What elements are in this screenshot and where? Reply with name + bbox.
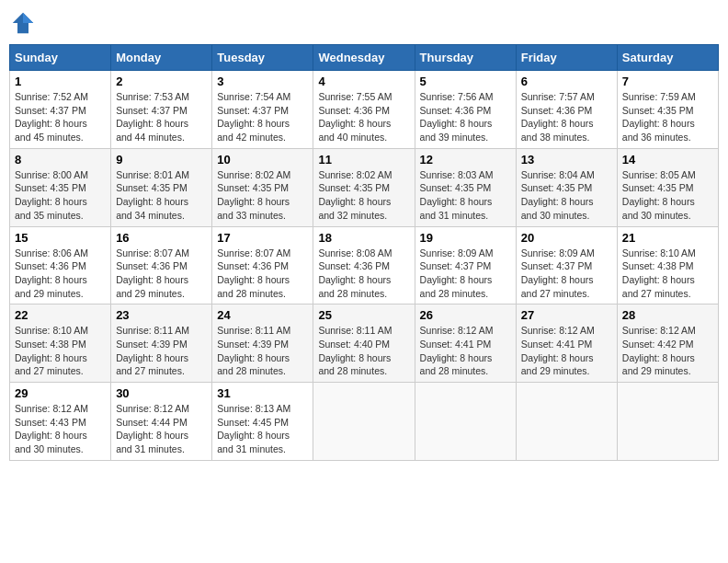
calendar-cell: 7 Sunrise: 7:59 AM Sunset: 4:35 PM Dayli…: [617, 71, 718, 149]
week-row-5: 29 Sunrise: 8:12 AM Sunset: 4:43 PM Dayl…: [10, 383, 719, 461]
day-info: Sunrise: 7:56 AM Sunset: 4:36 PM Dayligh…: [420, 90, 511, 144]
week-row-4: 22 Sunrise: 8:10 AM Sunset: 4:38 PM Dayl…: [10, 304, 719, 383]
day-number: 18: [318, 231, 409, 245]
day-number: 9: [116, 153, 207, 167]
calendar-cell: 9 Sunrise: 8:01 AM Sunset: 4:35 PM Dayli…: [111, 148, 212, 226]
week-row-2: 8 Sunrise: 8:00 AM Sunset: 4:35 PM Dayli…: [10, 148, 719, 226]
calendar-cell: 26 Sunrise: 8:12 AM Sunset: 4:41 PM Dayl…: [415, 304, 516, 383]
calendar-cell: 24 Sunrise: 8:11 AM Sunset: 4:39 PM Dayl…: [212, 304, 313, 383]
day-number: 12: [420, 153, 511, 167]
day-number: 5: [420, 75, 511, 88]
calendar-cell: 21 Sunrise: 8:10 AM Sunset: 4:38 PM Dayl…: [617, 226, 718, 304]
calendar-cell: 14 Sunrise: 8:05 AM Sunset: 4:35 PM Dayl…: [617, 148, 718, 226]
day-info: Sunrise: 8:09 AM Sunset: 4:37 PM Dayligh…: [521, 247, 612, 301]
day-number: 26: [420, 308, 511, 322]
calendar-cell: 4 Sunrise: 7:55 AM Sunset: 4:36 PM Dayli…: [313, 71, 415, 149]
day-number: 8: [15, 153, 106, 167]
day-number: 25: [318, 308, 409, 322]
calendar-cell: 2 Sunrise: 7:53 AM Sunset: 4:37 PM Dayli…: [111, 71, 212, 149]
day-number: 1: [15, 75, 106, 88]
day-info: Sunrise: 8:00 AM Sunset: 4:35 PM Dayligh…: [15, 168, 106, 223]
day-number: 16: [116, 231, 207, 245]
svg-marker-1: [23, 13, 33, 23]
day-number: 13: [521, 153, 612, 167]
column-header-thursday: Thursday: [415, 45, 516, 71]
calendar-cell: 15 Sunrise: 8:06 AM Sunset: 4:36 PM Dayl…: [10, 226, 111, 304]
calendar-cell: 30 Sunrise: 8:12 AM Sunset: 4:44 PM Dayl…: [111, 383, 212, 461]
day-number: 30: [116, 386, 207, 400]
day-info: Sunrise: 8:10 AM Sunset: 4:38 PM Dayligh…: [15, 324, 106, 378]
calendar-cell: 13 Sunrise: 8:04 AM Sunset: 4:35 PM Dayl…: [516, 148, 617, 226]
day-info: Sunrise: 8:01 AM Sunset: 4:35 PM Dayligh…: [116, 168, 207, 223]
day-info: Sunrise: 8:03 AM Sunset: 4:35 PM Dayligh…: [420, 168, 511, 223]
calendar-cell: [415, 383, 516, 461]
day-number: 24: [217, 308, 308, 322]
calendar-cell: 29 Sunrise: 8:12 AM Sunset: 4:43 PM Dayl…: [10, 383, 111, 461]
day-info: Sunrise: 8:12 AM Sunset: 4:41 PM Dayligh…: [521, 324, 612, 378]
day-info: Sunrise: 8:04 AM Sunset: 4:35 PM Dayligh…: [521, 168, 612, 223]
calendar-cell: 5 Sunrise: 7:56 AM Sunset: 4:36 PM Dayli…: [415, 71, 516, 149]
day-number: 6: [521, 75, 612, 88]
day-info: Sunrise: 8:12 AM Sunset: 4:44 PM Dayligh…: [116, 402, 207, 456]
day-info: Sunrise: 8:07 AM Sunset: 4:36 PM Dayligh…: [217, 247, 308, 301]
day-number: 15: [15, 231, 106, 245]
column-header-saturday: Saturday: [617, 45, 718, 71]
header: [9, 9, 719, 37]
day-info: Sunrise: 8:11 AM Sunset: 4:40 PM Dayligh…: [318, 324, 409, 378]
day-info: Sunrise: 8:02 AM Sunset: 4:35 PM Dayligh…: [217, 168, 308, 223]
calendar-header-row: SundayMondayTuesdayWednesdayThursdayFrid…: [10, 45, 719, 71]
day-info: Sunrise: 8:02 AM Sunset: 4:35 PM Dayligh…: [318, 168, 409, 223]
day-number: 27: [521, 308, 612, 322]
day-number: 21: [622, 231, 713, 245]
calendar-cell: 22 Sunrise: 8:10 AM Sunset: 4:38 PM Dayl…: [10, 304, 111, 383]
calendar-cell: [313, 383, 415, 461]
logo: [9, 9, 40, 37]
day-info: Sunrise: 7:54 AM Sunset: 4:37 PM Dayligh…: [217, 90, 308, 144]
calendar: SundayMondayTuesdayWednesdayThursdayFrid…: [9, 44, 719, 461]
day-info: Sunrise: 8:12 AM Sunset: 4:41 PM Dayligh…: [420, 324, 511, 378]
calendar-cell: 27 Sunrise: 8:12 AM Sunset: 4:41 PM Dayl…: [516, 304, 617, 383]
day-info: Sunrise: 8:12 AM Sunset: 4:43 PM Dayligh…: [15, 402, 106, 456]
day-number: 29: [15, 386, 106, 400]
day-number: 20: [521, 231, 612, 245]
day-info: Sunrise: 8:11 AM Sunset: 4:39 PM Dayligh…: [116, 324, 207, 378]
day-number: 17: [217, 231, 308, 245]
day-number: 2: [116, 75, 207, 88]
day-info: Sunrise: 7:57 AM Sunset: 4:36 PM Dayligh…: [521, 90, 612, 144]
day-info: Sunrise: 8:13 AM Sunset: 4:45 PM Dayligh…: [217, 402, 308, 456]
column-header-tuesday: Tuesday: [212, 45, 313, 71]
calendar-cell: 31 Sunrise: 8:13 AM Sunset: 4:45 PM Dayl…: [212, 383, 313, 461]
week-row-3: 15 Sunrise: 8:06 AM Sunset: 4:36 PM Dayl…: [10, 226, 719, 304]
column-header-sunday: Sunday: [10, 45, 111, 71]
calendar-cell: 3 Sunrise: 7:54 AM Sunset: 4:37 PM Dayli…: [212, 71, 313, 149]
calendar-cell: 18 Sunrise: 8:08 AM Sunset: 4:36 PM Dayl…: [313, 226, 415, 304]
day-info: Sunrise: 8:05 AM Sunset: 4:35 PM Dayligh…: [622, 168, 713, 223]
week-row-1: 1 Sunrise: 7:52 AM Sunset: 4:37 PM Dayli…: [10, 71, 719, 149]
day-number: 10: [217, 153, 308, 167]
day-info: Sunrise: 8:11 AM Sunset: 4:39 PM Dayligh…: [217, 324, 308, 378]
day-info: Sunrise: 7:52 AM Sunset: 4:37 PM Dayligh…: [15, 90, 106, 144]
day-info: Sunrise: 8:10 AM Sunset: 4:38 PM Dayligh…: [622, 247, 713, 301]
day-number: 19: [420, 231, 511, 245]
day-info: Sunrise: 8:06 AM Sunset: 4:36 PM Dayligh…: [15, 247, 106, 301]
day-info: Sunrise: 7:55 AM Sunset: 4:36 PM Dayligh…: [318, 90, 409, 144]
calendar-cell: 17 Sunrise: 8:07 AM Sunset: 4:36 PM Dayl…: [212, 226, 313, 304]
day-number: 22: [15, 308, 106, 322]
day-number: 11: [318, 153, 409, 167]
day-number: 4: [318, 75, 409, 88]
calendar-cell: 20 Sunrise: 8:09 AM Sunset: 4:37 PM Dayl…: [516, 226, 617, 304]
day-info: Sunrise: 8:08 AM Sunset: 4:36 PM Dayligh…: [318, 247, 409, 301]
calendar-cell: [516, 383, 617, 461]
calendar-cell: 10 Sunrise: 8:02 AM Sunset: 4:35 PM Dayl…: [212, 148, 313, 226]
calendar-cell: 16 Sunrise: 8:07 AM Sunset: 4:36 PM Dayl…: [111, 226, 212, 304]
calendar-cell: 8 Sunrise: 8:00 AM Sunset: 4:35 PM Dayli…: [10, 148, 111, 226]
calendar-cell: 6 Sunrise: 7:57 AM Sunset: 4:36 PM Dayli…: [516, 71, 617, 149]
day-number: 3: [217, 75, 308, 88]
column-header-friday: Friday: [516, 45, 617, 71]
calendar-cell: 28 Sunrise: 8:12 AM Sunset: 4:42 PM Dayl…: [617, 304, 718, 383]
logo-icon: [9, 9, 37, 37]
day-number: 23: [116, 308, 207, 322]
calendar-cell: 23 Sunrise: 8:11 AM Sunset: 4:39 PM Dayl…: [111, 304, 212, 383]
day-number: 28: [622, 308, 713, 322]
calendar-cell: 19 Sunrise: 8:09 AM Sunset: 4:37 PM Dayl…: [415, 226, 516, 304]
